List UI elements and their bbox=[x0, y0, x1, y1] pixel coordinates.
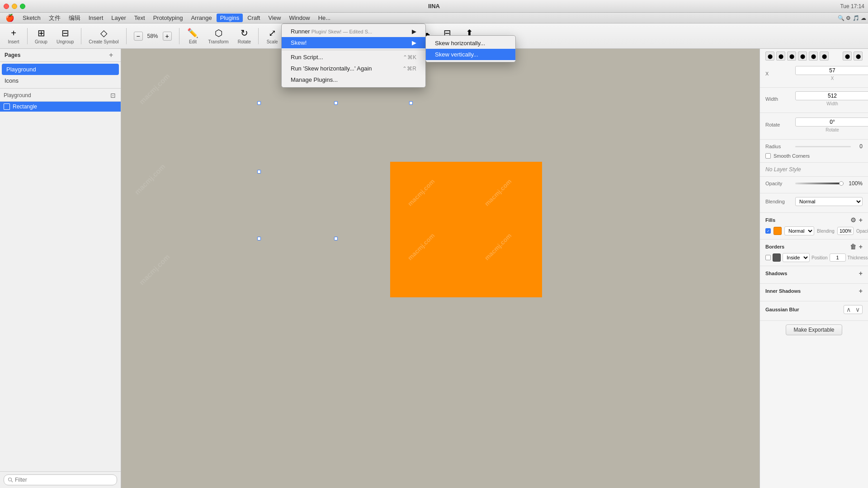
border-enabled-checkbox[interactable] bbox=[765, 255, 771, 260]
rotate-button[interactable]: ↻ Rotate bbox=[234, 26, 255, 46]
group-button[interactable]: ⊞ Group bbox=[31, 26, 51, 46]
edit-button[interactable]: ✏️ Edit bbox=[183, 26, 203, 46]
rect-wm-3: macmj.com bbox=[406, 232, 436, 262]
make-exportable-button[interactable]: Make Exportable bbox=[786, 324, 842, 335]
transform-section: Rotate Rotate ↔ Flip Flip bbox=[760, 113, 868, 140]
gaussian-blur-stepper[interactable]: ∧ ∨ bbox=[844, 305, 863, 314]
zoom-value[interactable]: 58% bbox=[145, 33, 161, 39]
align-left-button[interactable]: ⬤ bbox=[765, 52, 774, 61]
menu-prototyping[interactable]: Prototyping bbox=[150, 14, 187, 22]
rotate-input[interactable] bbox=[795, 117, 868, 127]
plugins-menu-run-script[interactable]: Run Script... ⌃⌘K bbox=[282, 52, 425, 63]
menu-sketch[interactable]: Sketch bbox=[19, 14, 44, 22]
align-right-button[interactable]: ⬤ bbox=[787, 52, 796, 61]
align-top-button[interactable]: ⬤ bbox=[798, 52, 807, 61]
plugins-menu-manage[interactable]: Manage Plugins... bbox=[282, 74, 425, 85]
skew-vertically-item[interactable]: Skew vertically... bbox=[426, 49, 515, 60]
search-input[interactable] bbox=[4, 474, 117, 485]
canvas[interactable]: macmj.com macmj.com macmj.com macmj.com … bbox=[121, 49, 760, 488]
fill-color-swatch[interactable] bbox=[774, 227, 782, 235]
plugins-menu-runner[interactable]: Runner Plugin/ Skew! — Edited S... ▶ bbox=[282, 26, 425, 37]
fill-opacity-input[interactable] bbox=[837, 227, 854, 235]
menu-layer[interactable]: Layer bbox=[108, 14, 130, 22]
fills-section: Fills ⚙ + Normal Blending Opacity bbox=[760, 213, 868, 239]
opacity-slider-thumb[interactable] bbox=[839, 181, 844, 186]
menu-edit[interactable]: 编辑 bbox=[65, 13, 84, 23]
minimize-button[interactable] bbox=[12, 4, 17, 9]
gaussian-blur-down-button[interactable]: ∧ bbox=[844, 305, 853, 314]
apple-menu-item[interactable]: 🍎 bbox=[2, 14, 18, 22]
menu-arrange[interactable]: Arrange bbox=[187, 14, 215, 22]
menu-help[interactable]: He... bbox=[315, 14, 334, 22]
blending-select[interactable]: Normal bbox=[795, 197, 863, 206]
maximize-button[interactable] bbox=[20, 4, 25, 9]
page-item-icons[interactable]: Icons bbox=[0, 75, 121, 86]
fill-blend-label: Blending bbox=[817, 229, 835, 234]
canvas-object-rectangle[interactable]: macmj.com macmj.com macmj.com macmj.com bbox=[259, 103, 411, 239]
distribute-h-button[interactable]: ⬤ bbox=[843, 52, 852, 61]
plugins-menu-run-again[interactable]: Run 'Skew horizontally...' Again ⌃⌘R bbox=[282, 63, 425, 74]
opacity-slider[interactable] bbox=[795, 183, 844, 184]
menu-craft[interactable]: Craft bbox=[244, 14, 264, 22]
menu-window[interactable]: Window bbox=[285, 14, 313, 22]
zoom-out-button[interactable]: − bbox=[134, 32, 143, 41]
layer-item-rectangle[interactable]: Rectangle bbox=[0, 102, 121, 112]
align-center-h-button[interactable]: ⬤ bbox=[776, 52, 785, 61]
pages-list: Playground Icons bbox=[0, 62, 121, 89]
border-thickness-input[interactable] bbox=[830, 253, 846, 262]
shadows-add-icon[interactable]: + bbox=[859, 270, 863, 277]
fills-settings-icon[interactable]: ⚙ bbox=[850, 216, 856, 224]
create-symbol-button[interactable]: ◇ Create Symbol bbox=[85, 26, 122, 46]
handle-bottom-center[interactable] bbox=[334, 237, 338, 240]
title-bar-right: Tue 17:14 bbox=[840, 3, 864, 9]
border-color-swatch[interactable] bbox=[773, 253, 781, 262]
gaussian-blur-up-button[interactable]: ∨ bbox=[853, 305, 862, 314]
borders-delete-icon[interactable]: 🗑 bbox=[850, 243, 856, 250]
page-label-icons: Icons bbox=[5, 77, 19, 84]
smooth-corners-checkbox[interactable] bbox=[765, 153, 771, 159]
scale-icon: ⤢ bbox=[269, 28, 276, 38]
scale-button[interactable]: ⤢ Scale bbox=[262, 26, 282, 46]
add-page-button[interactable]: + bbox=[109, 52, 116, 59]
plugins-menu-skew[interactable]: Skew! ▶ Skew horizontally... Skew vertic… bbox=[282, 37, 425, 48]
fill-row: Normal Blending Opacity bbox=[765, 226, 863, 235]
menu-insert[interactable]: Insert bbox=[85, 14, 107, 22]
fill-blend-select[interactable]: Normal bbox=[784, 226, 814, 235]
close-button[interactable] bbox=[4, 4, 9, 9]
border-position-select[interactable]: Inside bbox=[783, 253, 810, 262]
toolbar-divider-3 bbox=[126, 28, 127, 44]
menu-plugins[interactable]: Plugins bbox=[217, 14, 243, 22]
blending-label: Blending bbox=[765, 199, 793, 204]
handle-middle-left[interactable] bbox=[257, 170, 261, 174]
border-thickness-label: Thickness bbox=[848, 255, 868, 260]
align-center-v-button[interactable]: ⬤ bbox=[809, 52, 818, 61]
width-input[interactable] bbox=[795, 91, 868, 100]
align-bottom-button[interactable]: ⬤ bbox=[820, 52, 829, 61]
ungroup-button[interactable]: ⊟ Ungroup bbox=[53, 26, 77, 46]
layers-options-button[interactable]: ⊡ bbox=[109, 91, 117, 99]
borders-add-icon[interactable]: + bbox=[859, 243, 863, 250]
distribute-v-button[interactable]: ⬤ bbox=[854, 52, 863, 61]
group-icon: ⊞ bbox=[38, 28, 45, 38]
layer-rect-icon bbox=[4, 103, 10, 110]
handle-top-center[interactable] bbox=[334, 101, 338, 105]
radius-slider[interactable] bbox=[795, 146, 851, 147]
toolbar-divider-2 bbox=[81, 28, 81, 44]
menu-text[interactable]: Text bbox=[131, 14, 149, 22]
handle-top-left[interactable] bbox=[257, 101, 261, 105]
handle-top-right[interactable] bbox=[409, 101, 413, 105]
menu-file[interactable]: 文件 bbox=[45, 13, 64, 23]
size-section: Width Width 🔒 Height bbox=[760, 88, 868, 113]
inner-shadows-add-icon[interactable]: + bbox=[859, 287, 863, 295]
zoom-in-button[interactable]: + bbox=[163, 32, 172, 41]
handle-bottom-left[interactable] bbox=[257, 237, 261, 240]
radius-label: Radius bbox=[765, 144, 793, 149]
page-item-playground[interactable]: Playground bbox=[2, 64, 119, 75]
menu-view[interactable]: View bbox=[264, 14, 284, 22]
transform-button[interactable]: ⬡ Transform bbox=[205, 26, 232, 46]
fill-enabled-checkbox[interactable] bbox=[765, 228, 771, 234]
fills-add-icon[interactable]: + bbox=[859, 216, 863, 224]
x-input[interactable] bbox=[795, 66, 868, 75]
insert-button[interactable]: + Insert bbox=[4, 26, 24, 46]
skew-horizontally-item[interactable]: Skew horizontally... bbox=[426, 38, 515, 49]
